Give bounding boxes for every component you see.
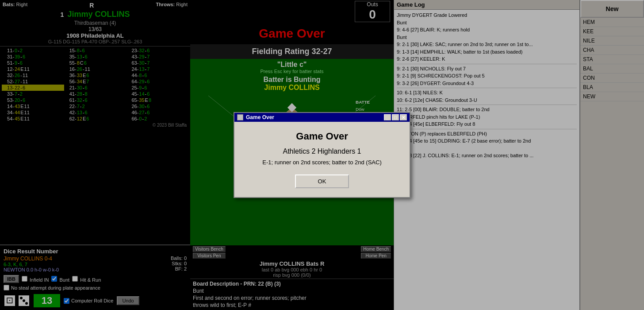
dialog-detail: E-1; runner on 2nd scores; batter to 2nd… [248, 159, 396, 166]
dialog-title-text: Game Over [246, 114, 274, 120]
dialog-titlebar: Game Over _ □ ✕ [234, 113, 410, 122]
dialog-heading: Game Over [248, 131, 396, 142]
dialog-icon [237, 114, 243, 120]
ok-button[interactable]: OK [295, 174, 349, 188]
dialog-title-left: Game Over [237, 114, 274, 120]
close-button[interactable]: ✕ [400, 114, 407, 120]
dialog-overlay: Game Over _ □ ✕ Game Over Athletics 2 Hi… [0, 0, 644, 310]
maximize-button[interactable]: □ [392, 114, 399, 120]
minimize-button[interactable]: _ [384, 114, 391, 120]
game-over-dialog: Game Over _ □ ✕ Game Over Athletics 2 Hi… [234, 112, 410, 198]
dialog-body: Game Over Athletics 2 Highlanders 1 E-1;… [234, 122, 410, 197]
titlebar-buttons: _ □ ✕ [384, 114, 407, 120]
dialog-result: Athletics 2 Highlanders 1 [248, 147, 396, 155]
